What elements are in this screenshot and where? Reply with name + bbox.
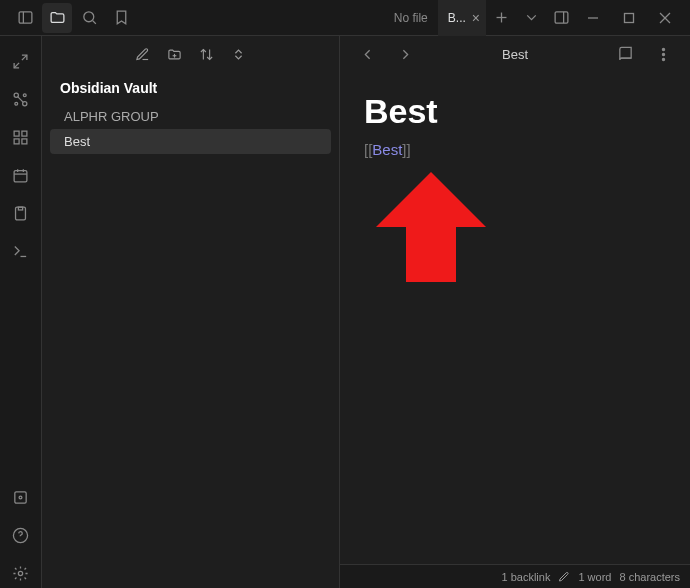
new-folder-icon[interactable] [162,41,188,67]
collapse-icon[interactable] [226,41,252,67]
status-chars: 8 characters [619,571,680,583]
svg-rect-20 [22,138,27,143]
svg-line-3 [92,21,95,24]
daily-note-icon[interactable] [6,160,36,190]
svg-point-32 [18,571,22,575]
file-explorer-icon[interactable] [42,3,72,33]
wikilink[interactable]: [[Best]] [364,141,666,158]
svg-rect-18 [22,131,27,136]
vault-icon[interactable] [6,482,36,512]
file-item[interactable]: Best [50,129,331,154]
status-words: 1 word [578,571,611,583]
graph-view-icon[interactable] [6,84,36,114]
new-note-icon[interactable] [130,41,156,67]
svg-rect-6 [555,12,568,23]
tab-dropdown-icon[interactable] [516,3,546,33]
tab-best[interactable]: B... × [438,0,486,36]
command-palette-icon[interactable] [6,236,36,266]
bracket-close: ]] [402,141,410,158]
status-backlinks[interactable]: 1 backlink [502,571,551,583]
svg-point-2 [83,12,93,22]
svg-point-29 [19,496,22,499]
window-maximize-icon[interactable] [612,3,646,33]
window-minimize-icon[interactable] [576,3,610,33]
settings-icon[interactable] [6,558,36,588]
bookmark-icon[interactable] [106,3,136,33]
window-close-icon[interactable] [648,3,682,33]
nav-back-icon[interactable] [352,39,382,69]
svg-line-16 [18,96,24,102]
vault-name: Obsidian Vault [42,72,339,104]
svg-rect-26 [18,207,22,210]
reading-mode-icon[interactable] [610,39,640,69]
breadcrumb[interactable]: Best [502,47,528,62]
nav-forward-icon[interactable] [390,39,420,69]
pencil-icon[interactable] [558,571,570,583]
search-icon[interactable] [74,3,104,33]
file-item[interactable]: ALPHR GROUP [50,104,331,129]
quick-switcher-icon[interactable] [6,46,36,76]
svg-rect-9 [625,13,634,22]
svg-rect-17 [14,131,19,136]
no-file-label: No file [384,11,438,25]
canvas-icon[interactable] [6,122,36,152]
close-icon[interactable]: × [472,10,480,26]
right-sidebar-toggle-icon[interactable] [546,3,576,33]
svg-point-37 [662,48,664,50]
more-options-icon[interactable] [648,39,678,69]
svg-rect-19 [14,138,19,143]
svg-point-14 [23,93,26,96]
svg-rect-0 [19,12,32,23]
wikilink-text: Best [372,141,402,158]
svg-rect-28 [15,491,26,502]
new-tab-icon[interactable] [486,3,516,33]
svg-point-39 [662,58,664,60]
left-sidebar-toggle-icon[interactable] [10,3,40,33]
svg-rect-21 [14,170,27,181]
svg-rect-25 [16,207,26,220]
note-title[interactable]: Best [364,92,666,131]
help-icon[interactable] [6,520,36,550]
templates-icon[interactable] [6,198,36,228]
svg-point-38 [662,53,664,55]
svg-point-15 [15,102,18,105]
tab-label: B... [448,11,466,25]
sort-icon[interactable] [194,41,220,67]
